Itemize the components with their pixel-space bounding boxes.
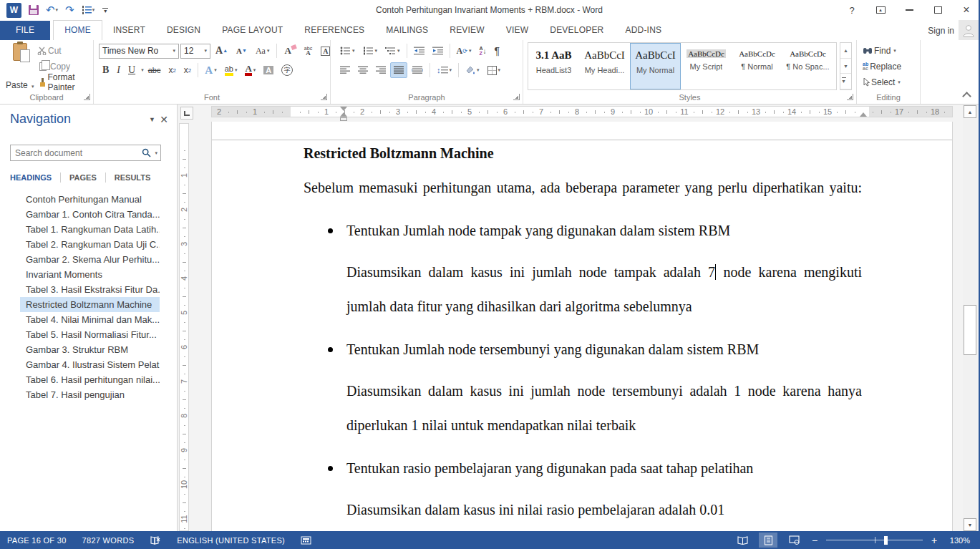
tab-file[interactable]: FILE xyxy=(0,21,50,40)
close-button[interactable]: × xyxy=(960,3,973,17)
clipboard-dialog-launcher[interactable] xyxy=(84,94,90,100)
minimize-button[interactable] xyxy=(903,3,916,17)
bold-button[interactable]: B xyxy=(99,62,112,78)
nav-item[interactable]: Gambar 2. Skema Alur Perhitu... xyxy=(20,252,160,267)
styles-dialog-launcher[interactable] xyxy=(847,94,853,100)
left-indent-marker[interactable] xyxy=(340,117,347,121)
bullets-button[interactable]: ▾ xyxy=(336,43,359,59)
sign-in-link[interactable]: Sign in xyxy=(928,26,954,36)
search-icon[interactable] xyxy=(139,148,153,157)
maximize-button[interactable] xyxy=(931,3,944,17)
justify-button[interactable] xyxy=(390,62,407,78)
paste-button[interactable]: Paste ▾ xyxy=(6,43,34,90)
tab-pages[interactable]: PAGES xyxy=(69,172,97,183)
nav-item[interactable]: Restricted Boltzmann Machine xyxy=(20,297,160,312)
v-ruler[interactable]: 1234567891011 xyxy=(179,123,189,531)
shading-button[interactable]: ▾ xyxy=(462,62,483,78)
styles-scroll-up-button[interactable]: ▲ xyxy=(840,43,851,59)
phonetic-guide-button[interactable]: abcA xyxy=(301,43,316,59)
select-button[interactable]: Select▾ xyxy=(863,74,901,90)
strikethrough-button[interactable]: abc xyxy=(145,62,165,78)
style-card[interactable]: AaBbCcIMy Headi... xyxy=(579,43,630,89)
shrink-font-button[interactable]: A▼ xyxy=(233,43,251,59)
paragraph-dialog-launcher[interactable] xyxy=(513,94,520,100)
hanging-indent-marker[interactable] xyxy=(340,112,347,117)
clear-formatting-button[interactable]: A xyxy=(281,43,294,59)
search-options-caret-icon[interactable]: ▾ xyxy=(155,150,157,156)
style-card[interactable]: 3.1 AaBHeadList3 xyxy=(528,43,579,89)
tab-insert[interactable]: INSERT xyxy=(102,21,156,40)
show-formatting-marks-button[interactable]: ¶ xyxy=(491,43,504,59)
sort-button[interactable]: AZ↓ xyxy=(475,43,490,59)
italic-button[interactable]: I xyxy=(113,62,124,78)
tab-design[interactable]: DESIGN xyxy=(156,21,211,40)
nav-item[interactable]: Tabel 3. Hasil Ekstraksi Fitur Da... xyxy=(20,282,160,297)
line-spacing-button[interactable]: ↕▾ xyxy=(433,62,455,78)
avatar[interactable] xyxy=(959,20,979,40)
ribbon-display-button[interactable]: ▴ xyxy=(874,3,887,17)
tab-review[interactable]: REVIEW xyxy=(439,21,495,40)
highlight-button[interactable]: ab▾ xyxy=(221,62,241,78)
scrollbar-thumb[interactable] xyxy=(964,305,976,355)
increase-indent-button[interactable] xyxy=(429,43,447,59)
replace-button[interactable]: abac Replace xyxy=(863,59,903,74)
tab-results[interactable]: RESULTS xyxy=(115,172,151,183)
tab-home[interactable]: HOME xyxy=(53,20,102,40)
styles-scroll-down-button[interactable]: ▼ xyxy=(840,59,851,74)
search-input[interactable] xyxy=(11,148,139,158)
font-size-combo[interactable]: 12▾ xyxy=(180,44,210,59)
document-page[interactable]: Restricted Boltzmann Machine Sebelum mem… xyxy=(211,122,953,531)
align-center-button[interactable] xyxy=(354,62,372,78)
find-button[interactable]: Find▾ xyxy=(863,43,896,59)
cut-button[interactable]: Cut xyxy=(37,43,63,59)
nav-item[interactable]: Contoh Perhitungan Manual xyxy=(20,192,160,207)
h-ruler[interactable]: 211234567891011121314151718 xyxy=(211,106,953,117)
numbering-button[interactable]: ▾ xyxy=(359,43,382,59)
multilevel-list-button[interactable]: ▾ xyxy=(382,43,404,59)
nav-item[interactable]: Tabel 4. Nilai Minimal dan Mak... xyxy=(20,312,160,327)
collapse-ribbon-button[interactable] xyxy=(963,91,970,98)
scroll-down-button[interactable]: ▼ xyxy=(964,518,976,531)
text-effects-button[interactable]: A▾ xyxy=(201,62,220,78)
macro-recording-button[interactable] xyxy=(301,536,311,545)
help-button[interactable]: ? xyxy=(845,3,858,17)
zoom-level[interactable]: 130% xyxy=(946,536,970,545)
distributed-button[interactable] xyxy=(408,62,427,78)
undo-caret-icon[interactable]: ▾ xyxy=(56,7,59,13)
font-name-combo[interactable]: Times New Ro▾ xyxy=(99,44,179,59)
proofing-errors-button[interactable] xyxy=(150,535,161,545)
styles-more-button[interactable]: ▼ xyxy=(840,74,851,89)
style-card[interactable]: AaBbCcIMy Normal xyxy=(630,43,681,89)
decrease-indent-button[interactable] xyxy=(410,43,428,59)
enclose-characters-button[interactable]: 字 xyxy=(278,62,296,78)
right-indent-marker[interactable] xyxy=(860,112,867,117)
tab-developer[interactable]: DEVELOPER xyxy=(539,21,614,40)
nav-item[interactable]: Invariant Moments xyxy=(20,267,160,282)
font-dialog-launcher[interactable] xyxy=(321,94,327,100)
qat-customize-button[interactable]: ▾ xyxy=(100,6,111,14)
document-content[interactable]: Restricted Boltzmann Machine Sebelum mem… xyxy=(304,136,862,527)
language-indicator[interactable]: ENGLISH (UNITED STATES) xyxy=(177,536,285,545)
zoom-slider-thumb[interactable] xyxy=(884,536,888,545)
nav-item[interactable]: Tabel 7. Hasil pengujian xyxy=(20,387,160,402)
tab-view[interactable]: VIEW xyxy=(495,21,539,40)
undo-button[interactable]: ↶▾ xyxy=(44,2,60,18)
format-painter-button[interactable]: Format Painter xyxy=(37,74,93,90)
nav-item[interactable]: Gambar 3. Struktur RBM xyxy=(20,342,160,357)
web-layout-button[interactable] xyxy=(785,533,803,548)
tab-headings[interactable]: HEADINGS xyxy=(10,172,52,183)
scroll-up-button[interactable]: ▲ xyxy=(964,105,976,118)
tab-stop-selector[interactable] xyxy=(180,107,193,120)
word-count[interactable]: 7827 WORDS xyxy=(82,536,135,545)
numbering-qat-button[interactable]: ▾ xyxy=(79,2,97,18)
tab-references[interactable]: REFERENCES xyxy=(293,21,375,40)
zoom-in-button[interactable]: + xyxy=(930,535,938,546)
save-button[interactable] xyxy=(26,2,41,18)
nav-item[interactable]: Tabel 2. Rangkuman Data Uji C... xyxy=(20,237,160,252)
character-shading-button[interactable]: A xyxy=(260,62,277,78)
grow-font-button[interactable]: A▲ xyxy=(212,43,231,59)
nav-item[interactable]: Gambar 1. Contoh Citra Tanda... xyxy=(20,207,160,222)
pane-options-caret-icon[interactable]: ▼ xyxy=(149,116,155,123)
tab-page-layout[interactable]: PAGE LAYOUT xyxy=(211,21,293,40)
tab-mailings[interactable]: MAILINGS xyxy=(375,21,439,40)
